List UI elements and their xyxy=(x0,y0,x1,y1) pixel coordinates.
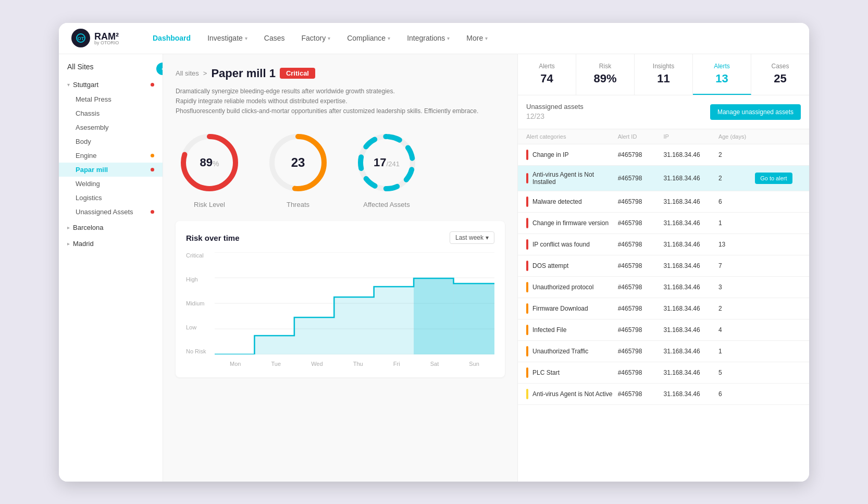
sidebar-group-madrid-title[interactable]: ▸ Madrid xyxy=(59,236,163,251)
sidebar-group-barcelona: ▸ Barcelona xyxy=(59,220,163,235)
alert-ip-cell: 31.168.34.46 xyxy=(664,348,718,355)
stat-risk-value: 89% xyxy=(582,72,628,85)
sidebar-item-logistics[interactable]: Logistics xyxy=(59,191,163,205)
svg-text:OT: OT xyxy=(78,36,84,41)
sidebar-dot-red xyxy=(151,168,154,171)
nav-investigate[interactable]: Investigate ▾ xyxy=(200,30,255,46)
nav-compliance[interactable]: Compliance ▾ xyxy=(340,30,398,46)
nav-cases[interactable]: Cases xyxy=(257,30,292,46)
stat-insights-value: 11 xyxy=(641,72,686,85)
nav-links: Dashboard Investigate ▾ Cases Factory ▾ … xyxy=(145,30,797,46)
manage-unassigned-button[interactable]: Manage unassigned assets xyxy=(710,104,801,120)
assets-sublabel: Affected Assets xyxy=(363,201,410,208)
table-row[interactable]: Unauthorized protocol #465798 31.168.34.… xyxy=(518,277,809,298)
sidebar-group-stuttgart-title[interactable]: ▾ Stuttgart xyxy=(59,77,163,92)
sidebar-item-engine[interactable]: Engine xyxy=(59,149,163,163)
table-row[interactable]: Malware detected #465798 31.168.34.46 6 xyxy=(518,191,809,213)
nav-integrations[interactable]: Integrations ▾ xyxy=(400,30,457,46)
sidebar-item-welding[interactable]: Welding xyxy=(59,177,163,191)
sidebar-dot-red xyxy=(151,210,154,214)
sidebar-site-label: All Sites xyxy=(59,63,163,77)
alert-age-cell: 3 xyxy=(718,284,755,291)
breadcrumb-parent: All sites xyxy=(176,69,199,77)
risk-chart-section: Risk over time Last week ▾ Critical High… xyxy=(176,221,505,377)
sidebar-item-chassis[interactable]: Chassis xyxy=(59,106,163,120)
chart-filter-dropdown[interactable]: Last week ▾ xyxy=(450,231,494,244)
alert-category-cell: Malware detected xyxy=(526,196,618,207)
stat-alerts[interactable]: Alerts 74 xyxy=(518,54,576,95)
alert-id-cell: #465798 xyxy=(618,326,664,334)
expand-icon: ▾ xyxy=(67,82,70,88)
alert-age-cell: 1 xyxy=(718,219,755,227)
table-row[interactable]: Unauthorized Traffic #465798 31.168.34.4… xyxy=(518,341,809,362)
alert-id-cell: #465798 xyxy=(618,348,664,355)
severity-bar xyxy=(526,303,528,314)
sidebar-dot-red xyxy=(151,83,154,87)
nav-dashboard[interactable]: Dashboard xyxy=(145,30,198,46)
sidebar-group-stuttgart: ▾ Stuttgart Metal Press Chassis Asesembl… xyxy=(59,77,163,219)
metric-risk: 89% Risk Level xyxy=(176,129,243,208)
alert-id-cell: #465798 xyxy=(618,219,664,227)
nav-factory[interactable]: Factory ▾ xyxy=(294,30,338,46)
alert-ip-cell: 31.168.34.46 xyxy=(664,262,718,269)
alert-ip-cell: 31.168.34.46 xyxy=(664,219,718,227)
alert-id-cell: #465798 xyxy=(618,262,664,269)
expand-icon: ▸ xyxy=(67,241,70,247)
stat-risk[interactable]: Risk 89% xyxy=(576,54,635,95)
alert-category-cell: Anti-virus Agent is Not Active xyxy=(526,389,618,399)
sidebar-item-unassigned-assets[interactable]: Unassigned Assets xyxy=(59,205,163,219)
sidebar: ‹ All Sites ▾ Stuttgart Metal Press Chas… xyxy=(59,54,163,482)
severity-bar xyxy=(526,261,528,271)
alert-category-cell: PLC Start xyxy=(526,367,618,378)
table-row[interactable]: Anti-virus Agent is Not Installed #46579… xyxy=(518,166,809,191)
nav-more[interactable]: More ▾ xyxy=(459,30,495,46)
stat-alerts2-label: Alerts xyxy=(699,63,745,70)
page-title: Paper mill 1 xyxy=(211,67,276,80)
stat-risk-label: Risk xyxy=(582,63,628,70)
stat-alerts-active[interactable]: Alerts 13 xyxy=(693,54,751,95)
alert-category-cell: Infected File xyxy=(526,325,618,335)
severity-bar xyxy=(526,239,528,250)
alert-ip-cell: 31.168.34.46 xyxy=(664,326,718,334)
alert-ip-cell: 31.168.34.46 xyxy=(664,305,718,312)
donut-threats: 23 xyxy=(264,129,332,196)
table-row[interactable]: DOS attempt #465798 31.168.34.46 7 xyxy=(518,255,809,277)
table-row[interactable]: Infected File #465798 31.168.34.46 4 xyxy=(518,319,809,341)
stat-alerts2-value: 13 xyxy=(699,72,745,85)
sidebar-group-barcelona-title[interactable]: ▸ Barcelona xyxy=(59,220,163,235)
stats-bar: Alerts 74 Risk 89% Insights 11 Alerts 13 xyxy=(518,54,809,95)
unassigned-row: Unassigned assets 12/23 Manage unassigne… xyxy=(518,95,809,129)
stat-insights[interactable]: Insights 11 xyxy=(635,54,693,95)
alert-id-cell: #465798 xyxy=(618,151,664,158)
table-row[interactable]: PLC Start #465798 31.168.34.46 5 xyxy=(518,362,809,384)
logo: OT RAM² by OTORIO xyxy=(71,29,129,47)
table-row[interactable]: Change in firmware version #465798 31.16… xyxy=(518,213,809,234)
sidebar-item-body[interactable]: Body xyxy=(59,134,163,149)
top-nav: OT RAM² by OTORIO Dashboard Investigate … xyxy=(59,23,809,54)
table-row[interactable]: Change in IP #465798 31.168.34.46 2 xyxy=(518,144,809,166)
table-row[interactable]: Anti-virus Agent is Not Active #465798 3… xyxy=(518,384,809,405)
table-row[interactable]: Firmware Download #465798 31.168.34.46 2 xyxy=(518,298,809,319)
severity-bar xyxy=(526,196,528,207)
sidebar-group-madrid: ▸ Madrid xyxy=(59,236,163,251)
goto-alert-button[interactable]: Go to alert xyxy=(755,173,792,184)
alert-age-cell: 7 xyxy=(718,262,755,269)
alerts-table-header: Alert categories Alert ID IP Age (days) xyxy=(518,129,809,144)
stat-alerts-label: Alerts xyxy=(524,63,569,70)
alert-id-cell: #465798 xyxy=(618,284,664,291)
main-panel: All sites > Paper mill 1 Critical Dramat… xyxy=(163,54,517,482)
table-row[interactable]: IP conflict was found #465798 31.168.34.… xyxy=(518,234,809,255)
alert-id-cell: #465798 xyxy=(618,198,664,205)
stat-cases[interactable]: Cases 25 xyxy=(751,54,809,95)
alert-age-cell: 1 xyxy=(718,348,755,355)
alert-category-cell: Firmware Download xyxy=(526,303,618,314)
sidebar-item-asesembly[interactable]: Asesembly xyxy=(59,120,163,134)
alert-age-cell: 2 xyxy=(718,305,755,312)
alert-action-cell[interactable]: Go to alert xyxy=(755,173,801,184)
alert-ip-cell: 31.168.34.46 xyxy=(664,175,718,182)
alert-age-cell: 5 xyxy=(718,369,755,376)
sidebar-item-metal-press[interactable]: Metal Press xyxy=(59,92,163,106)
alert-category-cell: Unauthorized Traffic xyxy=(526,346,618,357)
sidebar-item-papar-mill[interactable]: Papar mill xyxy=(59,163,163,177)
alert-rows-container: Change in IP #465798 31.168.34.46 2 Anti… xyxy=(518,144,809,405)
